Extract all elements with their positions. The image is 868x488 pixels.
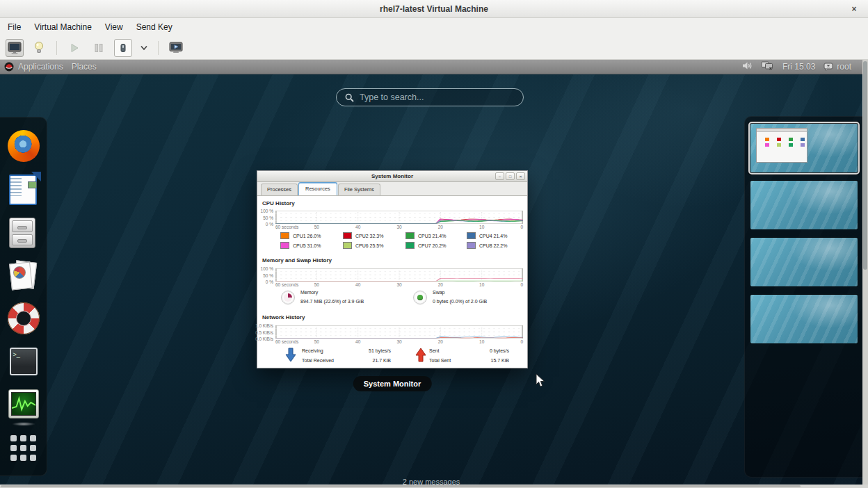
axis-tick: 50 (314, 282, 319, 287)
fullscreen-button[interactable] (167, 39, 185, 57)
cpu-legend-item: CPU7 20.2% (405, 242, 467, 249)
dash-dock: >_ (0, 117, 47, 476)
cpu-legend-label: CPU8 22.2% (479, 243, 507, 248)
axis-tick: 50 % (246, 273, 273, 277)
gnome-desktop: Applications Places (0, 60, 862, 485)
menu-view[interactable]: View (103, 21, 125, 33)
sm-tab-bar: Processes Resources File Systems (257, 182, 527, 196)
menu-file[interactable]: File (6, 21, 23, 33)
show-applications-button[interactable] (8, 432, 40, 464)
shutdown-button[interactable] (114, 39, 132, 57)
applications-menu[interactable]: Applications (14, 62, 67, 72)
system-monitor-window: System Monitor – □ × Processes Resources… (257, 170, 528, 368)
mouse-cursor (536, 373, 545, 388)
cpu-legend: CPU1 26.0%CPU2 32.3%CPU3 21.4%CPU4 21.4%… (280, 232, 522, 249)
axis-tick: 60 seconds (275, 282, 298, 287)
menu-send-key[interactable]: Send Key (134, 21, 175, 33)
axis-tick: 30 (396, 339, 401, 344)
dock-terminal-icon[interactable]: >_ (8, 345, 40, 377)
hardware-details-button[interactable] (30, 39, 48, 57)
horizontal-scrollbar-thumb[interactable] (1, 485, 801, 487)
cpu-color-chip (343, 242, 352, 249)
vertical-scrollbar[interactable] (862, 60, 868, 485)
vm-toolbar (0, 36, 868, 60)
dock-documents-icon[interactable] (8, 259, 40, 291)
drawer (12, 220, 33, 232)
network-icon[interactable] (761, 61, 774, 72)
axis-tick: 20 (438, 225, 443, 229)
network-history-graph: 1.0 KiB/s0.5 KiB/s0.0 KiB/s 60 seconds50… (275, 325, 523, 339)
file-cabinet-icon (9, 218, 35, 248)
image-thumb (28, 181, 37, 188)
axis-tick: 100 % (246, 209, 273, 213)
toolbar-separator (56, 41, 57, 55)
axis-tick: 40 (355, 225, 360, 229)
pie-chart-icon (13, 266, 26, 279)
cpu-history-graph: 100 %50 %0 % 60 seconds50403020100 (275, 211, 523, 224)
cpu-color-chip (467, 232, 476, 239)
receiving-label: Receiving (302, 348, 323, 353)
axis-tick: 0 (520, 339, 523, 344)
overview-search[interactable] (336, 88, 524, 106)
tab-file-systems[interactable]: File Systems (338, 184, 380, 195)
network-plot (275, 325, 523, 339)
menu-virtual-machine[interactable]: Virtual Machine (32, 21, 94, 33)
axis-tick: 30 (396, 225, 401, 229)
dock-files-icon[interactable] (8, 216, 40, 248)
axis-tick: 40 (355, 282, 360, 287)
swap-label: Swap (433, 290, 445, 295)
total-sent-value: 15.7 KiB (456, 358, 509, 363)
workspace-thumbnail-4[interactable] (750, 295, 858, 343)
message-tray[interactable]: 2 new messages (0, 478, 862, 485)
run-button[interactable] (65, 39, 83, 57)
shutdown-menu-button[interactable] (138, 39, 150, 57)
axis-tick: 20 (438, 339, 443, 344)
document-icon (9, 174, 37, 205)
workspace-thumbnail-3[interactable] (750, 238, 858, 286)
cpu-legend-item: CPU8 22.2% (467, 242, 522, 249)
cpu-legend-item: CPU1 26.0% (280, 232, 343, 239)
axis-tick: 20 (438, 282, 443, 287)
volume-icon[interactable] (742, 61, 753, 72)
text-lines (10, 178, 22, 196)
memory-history-graph: 100 %50 %0 % 60 seconds50403020100 (275, 268, 523, 282)
vm-close-button[interactable]: × (847, 0, 861, 18)
user-menu[interactable]: root (823, 62, 851, 72)
axis-tick: 0 (520, 225, 523, 229)
console-view-button[interactable] (6, 39, 24, 57)
search-icon (345, 93, 354, 102)
workspace-thumbnail-2[interactable] (750, 181, 858, 229)
axis-tick: 0 % (246, 279, 273, 284)
dock-firefox-icon[interactable] (8, 130, 40, 162)
sm-close-button[interactable]: × (516, 172, 525, 180)
sm-maximize-button[interactable]: □ (506, 172, 515, 180)
dock-system-monitor-icon[interactable] (8, 389, 40, 421)
vm-menubar: File Virtual Machine View Send Key (0, 18, 868, 36)
search-input[interactable] (360, 92, 506, 102)
tab-resources[interactable]: Resources (298, 182, 337, 195)
sm-titlebar[interactable]: System Monitor – □ × (257, 171, 527, 182)
vertical-scrollbar-thumb[interactable] (863, 61, 867, 270)
dock-help-icon[interactable] (8, 302, 40, 334)
network-legend: Receiving 51 bytes/s Total Received 21.7… (275, 346, 523, 367)
cpu-color-chip (343, 232, 352, 239)
clock[interactable]: Fri 15:03 (782, 62, 815, 72)
monitor-icon (8, 42, 22, 54)
swap-value: 0 bytes (0.0%) of 2.0 GiB (433, 299, 487, 304)
total-received-label: Total Received (302, 358, 334, 363)
upload-arrow-icon (415, 348, 426, 363)
receiving-value: 51 bytes/s (338, 348, 391, 353)
workspace-thumbnail-1[interactable] (750, 124, 858, 172)
workspace-switcher (744, 116, 862, 478)
network-history-heading: Network History (262, 314, 305, 320)
shutdown-icon (119, 43, 127, 53)
sent-label: Sent (429, 348, 439, 353)
horizontal-scrollbar[interactable] (0, 485, 868, 488)
places-menu[interactable]: Places (67, 62, 101, 72)
tab-processes[interactable]: Processes (261, 184, 298, 195)
pause-button[interactable] (90, 39, 108, 57)
memory-x-axis: 60 seconds50403020100 (275, 282, 523, 288)
window-caption: System Monitor (353, 376, 432, 391)
sm-minimize-button[interactable]: – (495, 172, 504, 180)
dock-libreoffice-icon[interactable] (8, 173, 40, 205)
